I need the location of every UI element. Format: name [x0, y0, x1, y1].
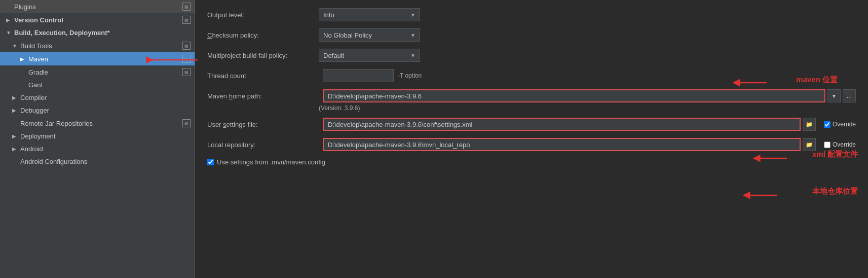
- checksum-policy-dropdown[interactable]: No Global Policy ▼: [319, 28, 420, 42]
- sidebar-item-android[interactable]: ▶ Android: [0, 143, 195, 155]
- no-arrow: [20, 82, 26, 88]
- thread-count-row: Thread count -T option: [207, 69, 856, 82]
- sidebar-item-maven[interactable]: ▶ Maven ▤: [0, 52, 195, 65]
- sidebar-item-label: Gradle: [28, 68, 182, 76]
- sidebar-item-plugins[interactable]: Plugins ▤: [0, 0, 195, 13]
- no-arrow: [20, 70, 26, 75]
- local-repo-input[interactable]: D:\develop\apache-maven-3.9.6\mvn_local_…: [323, 138, 801, 151]
- thread-count-input[interactable]: [323, 69, 394, 82]
- sidebar-item-deployment[interactable]: ▶ Deployment: [0, 130, 195, 143]
- annotation-local-text: 本地仓库位置: [812, 187, 858, 195]
- sidebar-icon-version-control: ▤: [182, 16, 191, 24]
- expand-arrow-compiler: ▶: [12, 95, 18, 100]
- sidebar-item-label: Maven: [28, 55, 182, 63]
- thread-count-label: Thread count: [207, 72, 319, 80]
- sidebar-icon-plugins: ▤: [182, 3, 191, 11]
- sidebar-item-label: Gant: [28, 81, 191, 89]
- sidebar-icon-gradle: ▤: [182, 68, 191, 76]
- user-settings-row: User settings file: D:\develop\apache-ma…: [207, 118, 856, 131]
- thread-option-label: -T option: [398, 72, 422, 79]
- expand-arrow-debugger: ▶: [12, 108, 18, 113]
- maven-home-browse-btn[interactable]: …: [843, 89, 856, 102]
- sidebar-icon-build-tools: ▤: [182, 42, 191, 50]
- sidebar-item-label: Plugins: [14, 3, 182, 11]
- sidebar-item-build-execution[interactable]: ▼ Build, Execution, Deployment*: [0, 26, 195, 39]
- dropdown-arrow-icon: ▼: [410, 32, 416, 38]
- expand-arrow-maven: ▶: [20, 56, 26, 62]
- user-settings-browse-btn[interactable]: 📁: [803, 118, 816, 131]
- output-level-row: Output level: Info ▼: [207, 8, 856, 21]
- sidebar-item-gant[interactable]: Gant: [0, 79, 195, 91]
- user-settings-override-checkbox[interactable]: [824, 121, 831, 128]
- dropdown-arrow-icon: ▼: [410, 12, 416, 18]
- user-settings-override-label: Override: [833, 121, 856, 128]
- sidebar-icon-maven: ▤: [182, 55, 191, 63]
- settings-input-wrap: D:\develop\apache-maven-3.9.6\conf\setti…: [323, 118, 816, 131]
- sidebar-item-build-tools[interactable]: ▼ Build Tools ▤: [0, 39, 195, 52]
- checksum-policy-control: No Global Policy ▼: [319, 28, 856, 42]
- sidebar-item-label: Compiler: [20, 94, 191, 101]
- use-settings-row: Use settings from .mvn/maven.config: [207, 158, 856, 166]
- maven-home-row: Maven home path: D:\develop\apache-maven…: [207, 89, 856, 102]
- output-level-control: Info ▼: [319, 8, 856, 21]
- local-repo-label: Local repository:: [207, 141, 319, 149]
- local-repo-override-label: Override: [833, 141, 856, 148]
- expand-arrow-android: ▶: [12, 146, 18, 152]
- sidebar-icon-remote-jar: ▤: [182, 119, 191, 127]
- main-panel: Output level: Info ▼ Checksum policy: No…: [195, 0, 868, 278]
- local-repo-input-wrap: D:\develop\apache-maven-3.9.6\mvn_local_…: [323, 138, 816, 151]
- checksum-policy-row: Checksum policy: No Global Policy ▼: [207, 28, 856, 42]
- sidebar-item-label: Android: [20, 145, 191, 153]
- maven-home-input-wrap: D:\develop\apache-maven-3.9.6 ▼ …: [323, 89, 856, 102]
- local-repo-row: Local repository: D:\develop\apache-mave…: [207, 138, 856, 151]
- output-level-label: Output level:: [207, 11, 319, 19]
- sidebar-item-label: Build, Execution, Deployment*: [14, 29, 191, 37]
- sidebar-item-label: Android Configurations: [20, 158, 191, 165]
- user-settings-label: User settings file:: [207, 121, 319, 128]
- annotation-local-repo: 本地仓库位置: [812, 187, 858, 196]
- local-repo-override-checkbox[interactable]: [824, 142, 831, 148]
- output-level-dropdown[interactable]: Info ▼: [319, 8, 420, 21]
- multiproject-policy-dropdown[interactable]: Default ▼: [319, 49, 420, 62]
- version-hint: (Version: 3.9.6): [319, 105, 856, 112]
- no-arrow: [6, 4, 12, 10]
- sidebar-item-android-config[interactable]: Android Configurations: [0, 155, 195, 168]
- sidebar-item-label: Debugger: [20, 107, 191, 114]
- user-settings-input[interactable]: D:\develop\apache-maven-3.9.6\conf\setti…: [323, 118, 801, 131]
- no-arrow: [12, 121, 18, 126]
- sidebar-item-gradle[interactable]: Gradle ▤: [0, 65, 195, 79]
- expand-arrow-deployment: ▶: [12, 133, 18, 139]
- multiproject-policy-label: Multiproject build fail policy:: [207, 52, 319, 59]
- maven-home-dropdown-btn[interactable]: ▼: [827, 89, 841, 102]
- sidebar-item-version-control[interactable]: ▶ Version Control ▤: [0, 13, 195, 26]
- sidebar-item-remote-jar[interactable]: Remote Jar Repositories ▤: [0, 117, 195, 130]
- use-settings-checkbox[interactable]: [207, 159, 214, 165]
- output-level-value: Info: [323, 11, 334, 19]
- local-repo-browse-btn[interactable]: 📁: [803, 138, 816, 151]
- sidebar-item-compiler[interactable]: ▶ Compiler: [0, 91, 195, 104]
- checksum-policy-value: No Global Policy: [323, 31, 372, 39]
- local-repo-override-wrap: Override: [824, 141, 856, 148]
- multiproject-policy-value: Default: [323, 52, 344, 59]
- maven-home-label: Maven home path:: [207, 92, 319, 100]
- dropdown-arrow-icon: ▼: [410, 53, 416, 58]
- expand-arrow-build-tools: ▼: [12, 43, 18, 49]
- multiproject-policy-control: Default ▼: [319, 49, 856, 62]
- arrow-local-icon: [739, 189, 779, 202]
- sidebar-item-label: Deployment: [20, 132, 191, 140]
- sidebar-item-label: Remote Jar Repositories: [20, 120, 182, 127]
- sidebar-item-label: Version Control: [14, 16, 182, 24]
- expand-arrow-version-control: ▶: [6, 17, 12, 23]
- sidebar-item-debugger[interactable]: ▶ Debugger: [0, 104, 195, 117]
- sidebar-item-label: Build Tools: [20, 42, 182, 50]
- maven-home-input[interactable]: D:\develop\apache-maven-3.9.6: [323, 89, 825, 102]
- user-settings-override-wrap: Override: [824, 121, 856, 128]
- checksum-policy-label: Checksum policy:: [207, 31, 319, 39]
- sidebar: Plugins ▤ ▶ Version Control ▤ ▼ Build, E…: [0, 0, 195, 278]
- expand-arrow-build-execution: ▼: [6, 30, 12, 36]
- multiproject-policy-row: Multiproject build fail policy: Default …: [207, 49, 856, 62]
- no-arrow: [12, 159, 18, 164]
- use-settings-label: Use settings from .mvn/maven.config: [217, 158, 325, 166]
